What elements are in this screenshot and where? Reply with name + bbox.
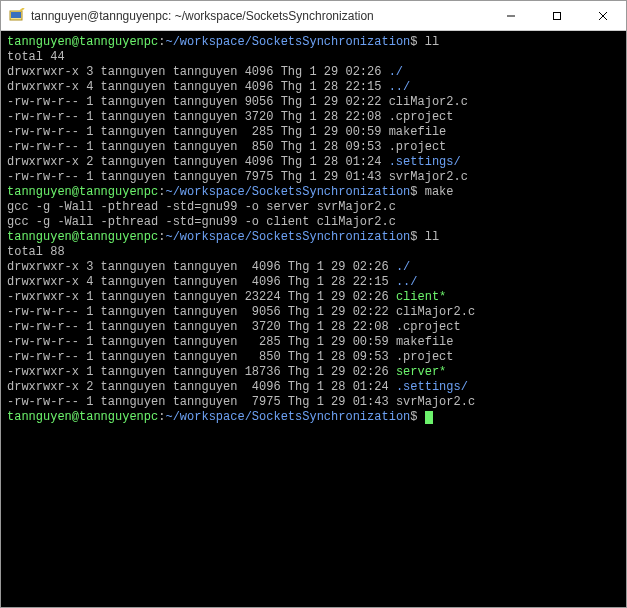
ls-row: -rw-rw-r-- 1 tannguyen tannguyen 285 Thg…	[7, 335, 620, 350]
ls-filename: cliMajor2.c	[396, 305, 475, 319]
ls-filename: .settings/	[396, 380, 468, 394]
ls-row: -rw-rw-r-- 1 tannguyen tannguyen 3720 Th…	[7, 110, 620, 125]
prompt-path: ~/workspace/SocketsSynchronization	[165, 230, 410, 244]
ls-filename: .cproject	[389, 110, 454, 124]
svg-line-2	[20, 8, 24, 11]
ls-filename: ./	[389, 65, 403, 79]
ls-row: -rwxrwxr-x 1 tannguyen tannguyen 18736 T…	[7, 365, 620, 380]
command: ll	[425, 35, 439, 49]
minimize-button[interactable]	[488, 1, 534, 31]
ls-row: -rw-rw-r-- 1 tannguyen tannguyen 3720 Th…	[7, 320, 620, 335]
titlebar-controls	[488, 1, 626, 30]
prompt-line: tannguyen@tannguyenpc:~/workspace/Socket…	[7, 410, 620, 425]
titlebar-left: tannguyen@tannguyenpc: ~/workspace/Socke…	[9, 8, 374, 24]
prompt-line: tannguyen@tannguyenpc:~/workspace/Socket…	[7, 35, 620, 50]
prompt-line: tannguyen@tannguyenpc:~/workspace/Socket…	[7, 185, 620, 200]
prompt-path: ~/workspace/SocketsSynchronization	[165, 410, 410, 424]
prompt-path: ~/workspace/SocketsSynchronization	[165, 185, 410, 199]
ls-filename: client*	[396, 290, 446, 304]
maximize-button[interactable]	[534, 1, 580, 31]
svg-rect-4	[554, 13, 561, 20]
ls-filename: ../	[396, 275, 418, 289]
command: make	[425, 185, 454, 199]
ls-filename: makefile	[389, 125, 447, 139]
ls-row: drwxrwxr-x 2 tannguyen tannguyen 4096 Th…	[7, 155, 620, 170]
ls-filename: .project	[389, 140, 447, 154]
ls-filename: ./	[396, 260, 410, 274]
ls-filename: .cproject	[396, 320, 461, 334]
prompt-path: ~/workspace/SocketsSynchronization	[165, 35, 410, 49]
ls-row: -rw-rw-r-- 1 tannguyen tannguyen 850 Thg…	[7, 140, 620, 155]
ls-row: -rw-rw-r-- 1 tannguyen tannguyen 7975 Th…	[7, 170, 620, 185]
prompt-userhost: tannguyen@tannguyenpc	[7, 230, 158, 244]
ls-total: total 44	[7, 50, 620, 65]
terminal[interactable]: tannguyen@tannguyenpc:~/workspace/Socket…	[1, 31, 626, 607]
ls-row: drwxrwxr-x 3 tannguyen tannguyen 4096 Th…	[7, 65, 620, 80]
ls-row: -rw-rw-r-- 1 tannguyen tannguyen 850 Thg…	[7, 350, 620, 365]
ls-row: drwxrwxr-x 4 tannguyen tannguyen 4096 Th…	[7, 275, 620, 290]
ls-row: drwxrwxr-x 3 tannguyen tannguyen 4096 Th…	[7, 260, 620, 275]
ls-filename: ../	[389, 80, 411, 94]
ls-filename: .project	[396, 350, 454, 364]
ls-row: drwxrwxr-x 2 tannguyen tannguyen 4096 Th…	[7, 380, 620, 395]
ls-row: -rwxrwxr-x 1 tannguyen tannguyen 23224 T…	[7, 290, 620, 305]
putty-icon	[9, 8, 25, 24]
ls-total: total 88	[7, 245, 620, 260]
ls-filename: .settings/	[389, 155, 461, 169]
ls-row: drwxrwxr-x 4 tannguyen tannguyen 4096 Th…	[7, 80, 620, 95]
prompt-userhost: tannguyen@tannguyenpc	[7, 35, 158, 49]
gcc-output: gcc -g -Wall -pthread -std=gnu99 -o serv…	[7, 200, 620, 215]
ls-filename: svrMajor2.c	[389, 170, 468, 184]
command: ll	[425, 230, 439, 244]
prompt-userhost: tannguyen@tannguyenpc	[7, 410, 158, 424]
ls-row: -rw-rw-r-- 1 tannguyen tannguyen 7975 Th…	[7, 395, 620, 410]
svg-rect-1	[11, 12, 21, 18]
ls-filename: svrMajor2.c	[396, 395, 475, 409]
close-button[interactable]	[580, 1, 626, 31]
ls-row: -rw-rw-r-- 1 tannguyen tannguyen 285 Thg…	[7, 125, 620, 140]
cursor	[425, 411, 433, 424]
ls-filename: server*	[396, 365, 446, 379]
titlebar[interactable]: tannguyen@tannguyenpc: ~/workspace/Socke…	[1, 1, 626, 31]
ls-filename: makefile	[396, 335, 454, 349]
ls-row: -rw-rw-r-- 1 tannguyen tannguyen 9056 Th…	[7, 95, 620, 110]
ls-row: -rw-rw-r-- 1 tannguyen tannguyen 9056 Th…	[7, 305, 620, 320]
window-title: tannguyen@tannguyenpc: ~/workspace/Socke…	[31, 9, 374, 23]
ls-filename: cliMajor2.c	[389, 95, 468, 109]
gcc-output: gcc -g -Wall -pthread -std=gnu99 -o clie…	[7, 215, 620, 230]
prompt-userhost: tannguyen@tannguyenpc	[7, 185, 158, 199]
prompt-line: tannguyen@tannguyenpc:~/workspace/Socket…	[7, 230, 620, 245]
